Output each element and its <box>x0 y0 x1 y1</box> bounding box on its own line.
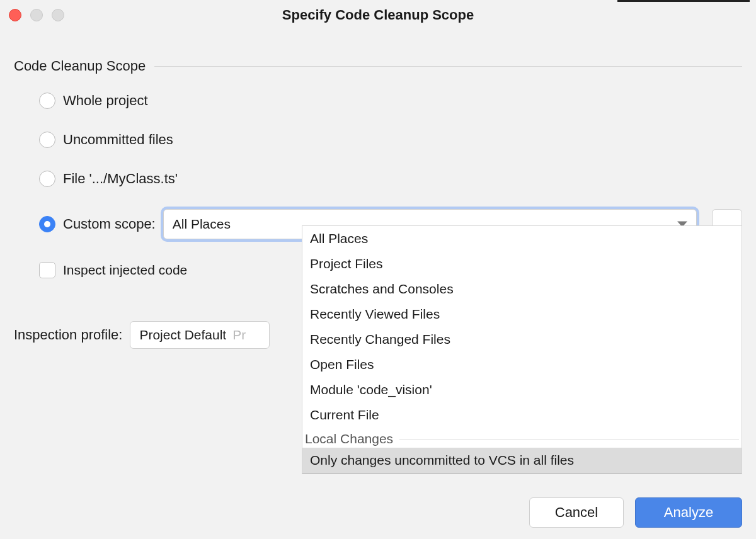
popup-item-current-file[interactable]: Current File <box>302 402 742 428</box>
radio-whole-project[interactable]: Whole project <box>39 92 742 110</box>
popup-item-module[interactable]: Module 'code_vision' <box>302 377 742 402</box>
popup-item-label: Recently Viewed Files <box>310 307 440 322</box>
dialog-buttons: Cancel Analyze <box>529 497 742 528</box>
popup-item-label: Project Files <box>310 256 383 271</box>
radio-icon <box>39 216 55 232</box>
popup-item-recently-viewed[interactable]: Recently Viewed Files <box>302 302 742 327</box>
popup-item-project-files[interactable]: Project Files <box>302 251 742 276</box>
popup-item-all-places[interactable]: All Places <box>302 226 742 251</box>
radio-uncommitted-files[interactable]: Uncommitted files <box>39 131 742 149</box>
analyze-button[interactable]: Analyze <box>635 497 742 528</box>
radio-label: Uncommitted files <box>63 132 173 148</box>
button-label: Analyze <box>664 504 713 521</box>
popup-item-open-files[interactable]: Open Files <box>302 352 742 377</box>
traffic-lights <box>9 9 64 21</box>
popup-item-label: Scratches and Consoles <box>310 281 454 297</box>
popup-item-label: Only changes uncommitted to VCS in all f… <box>310 453 574 468</box>
popup-item-only-uncommitted[interactable]: Only changes uncommitted to VCS in all f… <box>302 448 742 473</box>
checkbox-label: Inspect injected code <box>63 263 187 278</box>
custom-scope-popup: All Places Project Files Scratches and C… <box>302 225 742 474</box>
radio-icon <box>39 132 55 148</box>
inspection-profile-dropdown[interactable]: Project Default Pr <box>130 321 270 349</box>
radio-icon <box>39 93 55 109</box>
popup-item-label: Recently Changed Files <box>310 332 450 347</box>
checkbox-icon <box>39 262 55 278</box>
scope-radio-group: Whole project Uncommitted files File '..… <box>14 92 742 239</box>
close-window-button[interactable] <box>9 9 21 21</box>
button-label: Cancel <box>555 504 598 521</box>
dropdown-value: Project Default <box>139 327 226 343</box>
popup-item-label: All Places <box>310 231 368 246</box>
radio-label: Custom scope: <box>63 216 156 232</box>
popup-heading: Local Changes <box>305 431 393 446</box>
window-title: Specify Code Cleanup Scope <box>282 7 474 23</box>
popup-item-recently-changed[interactable]: Recently Changed Files <box>302 327 742 352</box>
fieldset-label: Code Cleanup Scope <box>14 58 146 74</box>
popup-item-scratches-consoles[interactable]: Scratches and Consoles <box>302 276 742 302</box>
radio-file[interactable]: File '.../MyClass.ts' <box>39 170 742 188</box>
dropdown-value: All Places <box>173 217 231 232</box>
maximize-window-button[interactable] <box>52 9 64 21</box>
popup-heading-divider <box>399 440 739 440</box>
radio-label: File '.../MyClass.ts' <box>63 171 178 187</box>
cancel-button[interactable]: Cancel <box>529 497 624 528</box>
radio-label: Whole project <box>63 93 148 109</box>
popup-item-label: Open Files <box>310 357 374 372</box>
popup-item-label: Module 'code_vision' <box>310 382 432 397</box>
fieldset-divider <box>154 66 742 67</box>
dropdown-secondary: Pr <box>232 327 246 343</box>
minimize-window-button[interactable] <box>30 9 43 21</box>
radio-icon <box>39 171 55 187</box>
popup-item-label: Current File <box>310 407 379 423</box>
popup-heading-row: Local Changes <box>302 428 742 448</box>
fieldset-header: Code Cleanup Scope <box>14 58 742 74</box>
titlebar: Specify Code Cleanup Scope <box>0 0 756 30</box>
inspection-profile-label: Inspection profile: <box>14 327 122 343</box>
